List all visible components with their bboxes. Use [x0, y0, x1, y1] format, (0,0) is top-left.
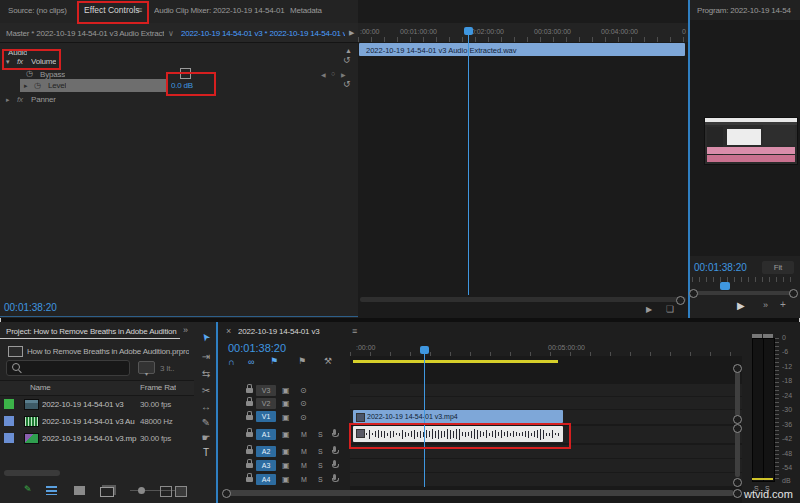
timeline-ruler[interactable] [350, 340, 742, 356]
vscroll-knob[interactable] [733, 478, 742, 487]
column-name[interactable]: Name [30, 383, 51, 393]
volume-reset-icon[interactable]: ↺ [343, 55, 351, 65]
project-item-name[interactable]: 2022-10-19 14-54-01 v3 [42, 400, 138, 410]
linked-selection-icon[interactable]: ∞ [248, 357, 254, 367]
add-marker-icon[interactable]: ⚑ [298, 356, 306, 366]
timeline-menu-icon[interactable]: ≡ [352, 326, 357, 336]
project-overflow-icon[interactable]: » [183, 325, 188, 335]
mute-button[interactable]: M [301, 448, 307, 455]
ec-clip-tab[interactable]: 2022-10-19 14-54-01 v3 * 2022-10-19 14-5… [181, 29, 345, 39]
lock-icon[interactable] [246, 432, 253, 437]
sync-lock-icon[interactable]: ▣ [282, 413, 289, 422]
mute-button[interactable]: M [301, 462, 307, 469]
label-color-swatch[interactable] [4, 416, 14, 426]
tool-type[interactable]: T [197, 446, 215, 460]
vscroll-knob[interactable] [733, 424, 742, 433]
label-color-swatch[interactable] [4, 433, 14, 443]
ec-export-icon[interactable]: ❏ [666, 304, 674, 314]
mute-button[interactable]: M [301, 431, 307, 438]
lock-icon[interactable] [246, 449, 253, 454]
track-a2-label[interactable]: A2 [256, 446, 276, 457]
track-lane-a4[interactable] [350, 473, 742, 486]
sync-lock-icon[interactable]: ▣ [282, 430, 289, 439]
list-view-icon[interactable] [46, 486, 57, 495]
level-stopwatch-icon[interactable]: ◷ [34, 81, 41, 90]
hscroll-knob-left[interactable] [222, 489, 231, 498]
bypass-stopwatch-icon[interactable]: ◷ [26, 69, 33, 78]
sync-lock-icon[interactable]: ▣ [282, 447, 289, 456]
tab-timeline-sequence[interactable]: 2022-10-19 14-54-01 v3 [238, 327, 348, 337]
lock-icon[interactable] [246, 388, 253, 393]
panner-effect-label[interactable]: Panner [31, 95, 56, 105]
vscroll-knob[interactable] [733, 415, 742, 424]
tool-track-select[interactable]: ⇥ [197, 350, 215, 364]
project-row-video[interactable]: 2022-10-19 14-54-01 v3.mp 30.00 fps [0, 430, 194, 445]
label-color-swatch[interactable] [4, 399, 14, 409]
sync-lock-icon[interactable]: ▣ [282, 386, 289, 395]
ec-scrollbar-knob[interactable] [676, 296, 685, 305]
track-lane-v3[interactable] [350, 384, 742, 396]
solo-button[interactable]: S [318, 476, 323, 483]
new-bin-icon[interactable] [160, 486, 172, 497]
ec-horizontal-scrollbar[interactable] [360, 297, 686, 302]
project-filter-button[interactable]: ▾ [138, 361, 155, 374]
keyframe-prev-icon[interactable]: ◀ [321, 71, 326, 78]
icon-view-icon[interactable] [74, 486, 85, 495]
eye-icon[interactable]: ⊙ [300, 399, 307, 408]
ec-playhead-line[interactable] [468, 35, 469, 295]
lock-icon[interactable] [246, 415, 253, 420]
mic-icon[interactable] [333, 460, 336, 466]
track-v3-label[interactable]: V3 [256, 385, 276, 396]
program-title[interactable]: Program: 2022-10-19 14-54 [697, 6, 797, 16]
project-item-name[interactable]: 2022-10-19 14-54-01 v3.mp [42, 434, 138, 444]
program-playhead-marker[interactable] [720, 282, 730, 290]
freeform-view-icon[interactable] [100, 487, 114, 497]
program-play-button[interactable]: ▶ [737, 300, 745, 311]
edit-pencil-icon[interactable]: ✎ [24, 484, 32, 494]
timeline-timecode[interactable]: 00:01:38:20 [228, 342, 286, 354]
sync-lock-icon[interactable]: ▣ [282, 399, 289, 408]
snap-icon[interactable]: ∩ [228, 357, 234, 367]
project-search-input[interactable] [6, 360, 130, 376]
ec-master-tab[interactable]: Master * 2022-10-19 14-54-01 v3 Audio Ex… [6, 29, 164, 39]
work-area-bar[interactable] [353, 360, 558, 363]
timeline-tab-close-icon[interactable]: × [226, 326, 231, 336]
ec-playhead-marker[interactable] [464, 27, 473, 35]
project-item-name[interactable]: 2022-10-19 14-54-01 v3 Au [42, 417, 138, 427]
program-timecode[interactable]: 00:01:38:20 [694, 262, 747, 273]
tab-source[interactable]: Source: (no clips) [8, 6, 80, 16]
track-a3-label[interactable]: A3 [256, 460, 276, 471]
hscroll-knob-right[interactable] [733, 489, 742, 498]
level-reset-icon[interactable]: ↺ [343, 79, 351, 89]
column-frame-rate[interactable]: Frame Rat [140, 383, 176, 393]
track-lane-v2[interactable] [350, 397, 742, 409]
timeline-playhead-marker[interactable] [420, 346, 429, 354]
lock-icon[interactable] [246, 477, 253, 482]
project-scrollbar[interactable] [4, 470, 60, 476]
tool-ripple-edit[interactable]: ⇆ [197, 367, 215, 381]
vscroll-knob[interactable] [733, 364, 742, 373]
tool-pen[interactable]: ✎ [197, 416, 215, 430]
timeline-vscroll-audio[interactable] [735, 431, 740, 477]
tool-hand[interactable]: ☛ [197, 431, 215, 445]
program-step-forward-button[interactable]: » [763, 300, 768, 310]
timeline-settings-wrench-icon[interactable]: ⚒ [324, 356, 332, 366]
ec-play-audio-icon[interactable]: ▶ [646, 305, 652, 314]
mic-icon[interactable] [333, 429, 336, 435]
level-row-highlight[interactable] [20, 79, 168, 92]
track-lane-a3[interactable] [350, 459, 742, 472]
project-row-audio[interactable]: 2022-10-19 14-54-01 v3 Au 48000 Hz [0, 413, 194, 428]
nest-indicator-icon[interactable]: ⚑ [270, 356, 278, 366]
ec-collapse-icon[interactable]: ▲ [345, 47, 352, 54]
program-scrub-knob-left[interactable] [689, 289, 698, 298]
sync-lock-icon[interactable]: ▣ [282, 461, 289, 470]
mute-button[interactable]: M [301, 476, 307, 483]
mic-icon[interactable] [333, 474, 336, 480]
track-a4-label[interactable]: A4 [256, 474, 276, 485]
timeline-hscroll[interactable] [226, 490, 734, 496]
solo-button[interactable]: S [318, 431, 323, 438]
keyframe-next-icon[interactable]: ▶ [341, 71, 346, 78]
program-scrub-knob-right[interactable] [789, 289, 798, 298]
program-fit-select[interactable]: Fit [762, 261, 794, 274]
mic-icon[interactable] [333, 446, 336, 452]
